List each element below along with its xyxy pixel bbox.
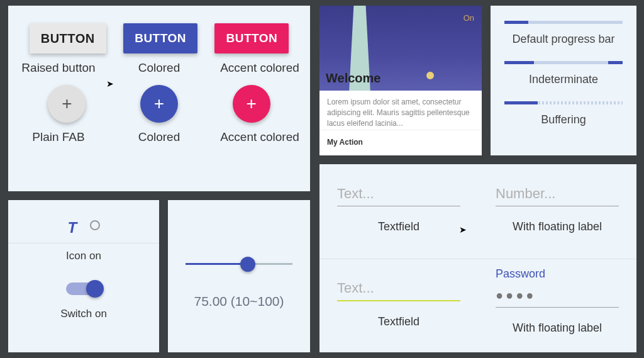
card-body-text: Lorem ipsum dolor sit amet, consectetur …: [319, 91, 482, 130]
colored-button-caption: Colored: [109, 61, 209, 75]
buffering-progress-bar: [504, 101, 623, 104]
slider[interactable]: [186, 263, 292, 265]
indeterminate-progress-bar: [504, 61, 623, 64]
buffering-progress-label: Buffering: [504, 113, 623, 126]
moon-graphic: [426, 72, 434, 79]
fab-accent-caption: Accent colored: [210, 130, 309, 144]
text-input-1[interactable]: Text...: [337, 186, 460, 206]
raised-button-caption: Raised button: [9, 61, 108, 75]
number-input[interactable]: Number...: [496, 186, 619, 206]
slider-thumb[interactable]: [240, 257, 255, 272]
cursor-icon: ➤: [459, 225, 467, 235]
fab-colored-caption: Colored: [109, 130, 209, 144]
colored-button[interactable]: BUTTON: [123, 23, 197, 53]
format-italic-icon[interactable]: T: [67, 219, 77, 236]
number-input-caption: With floating label: [496, 220, 619, 233]
switch-caption: Switch on: [8, 308, 159, 320]
card-action-button[interactable]: My Action: [327, 138, 363, 147]
buttons-panel: BUTTON BUTTON BUTTON Raised button Color…: [8, 6, 310, 191]
plus-icon: +: [62, 94, 72, 114]
fab-plain-caption: Plain FAB: [9, 130, 108, 144]
password-input[interactable]: ●●●●: [496, 287, 619, 308]
accent-button-caption: Accent colored: [210, 61, 309, 75]
icon-toggle-caption: Icon on: [8, 250, 159, 262]
card-image: On Welcome: [319, 6, 482, 91]
fab-accent[interactable]: +: [233, 85, 270, 123]
accent-button[interactable]: BUTTON: [214, 23, 289, 53]
slider-value-label: 75.00 (10~100): [186, 294, 292, 309]
password-floating-label: Password: [496, 267, 619, 281]
plus-icon: +: [246, 94, 256, 114]
password-input-caption: With floating label: [496, 322, 619, 335]
progress-panel: Default progress bar Indeterminate Buffe…: [491, 6, 636, 155]
cursor-ring-icon: [90, 220, 100, 230]
switch-knob: [86, 280, 104, 298]
card-title: Welcome: [326, 71, 380, 86]
toggles-panel: T Icon on Switch on: [8, 200, 159, 352]
indeterminate-progress-label: Indeterminate: [504, 73, 623, 86]
slider-panel: 75.00 (10~100): [168, 200, 310, 352]
raised-button[interactable]: BUTTON: [30, 23, 106, 53]
default-progress-bar: [504, 21, 623, 24]
fab-plain[interactable]: +: [48, 85, 86, 123]
text-input-2[interactable]: Text...: [337, 280, 460, 301]
text-input-2-caption: Textfield: [337, 315, 460, 328]
cursor-icon: ➤: [106, 79, 114, 89]
default-progress-label: Default progress bar: [504, 33, 623, 46]
switch-toggle[interactable]: [66, 282, 101, 295]
inputs-panel: Text... Textfield ➤ Number... With float…: [319, 164, 636, 352]
text-input-1-caption: Textfield: [337, 220, 460, 233]
card-badge: On: [464, 13, 474, 23]
fab-colored[interactable]: +: [140, 85, 178, 123]
card-panel: On Welcome Lorem ipsum dolor sit amet, c…: [319, 6, 482, 155]
plus-icon: +: [154, 94, 164, 114]
